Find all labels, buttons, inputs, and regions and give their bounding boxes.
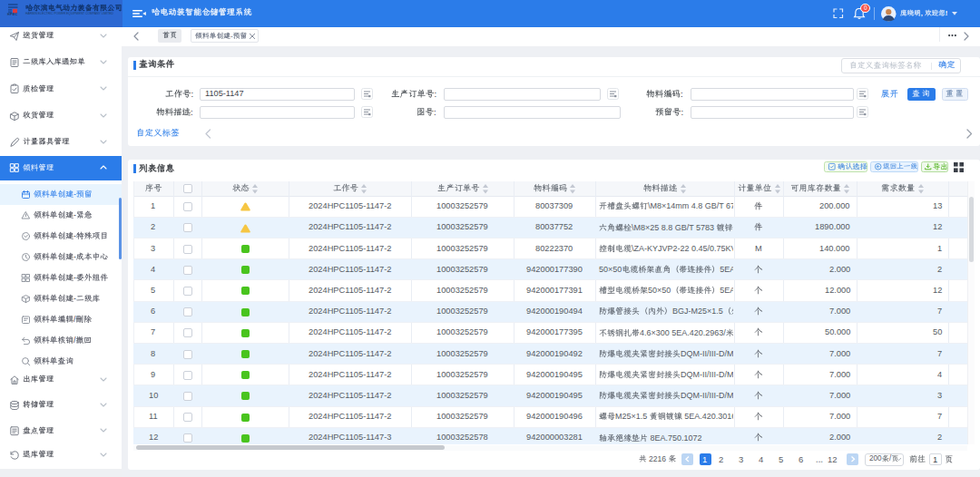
svg-text::: : xyxy=(191,89,193,99)
svg-text:11: 11 xyxy=(149,413,158,422)
svg-text:200: 200 xyxy=(869,455,882,463)
svg-text:2024HPC1105-1147-2: 2024HPC1105-1147-2 xyxy=(309,286,391,295)
svg-text:4: 4 xyxy=(151,265,155,274)
svg-text:13: 13 xyxy=(933,202,942,211)
svg-text:BGJ-M25×1.5: BGJ-M25×1.5 xyxy=(672,307,723,316)
svg-text:4.6×300 5EA.420.2963/: 4.6×300 5EA.420.2963/ xyxy=(640,328,726,337)
svg-text:\M8×14mm 4.8 GB/T 67: \M8×14mm 4.8 GB/T 67 xyxy=(648,201,733,210)
svg-text:2024HPC1105-1147-2: 2024HPC1105-1147-2 xyxy=(309,391,391,400)
svg-text:\M8×25 8.8 GB/T 5783: \M8×25 8.8 GB/T 5783 xyxy=(632,223,716,232)
svg-text:3: 3 xyxy=(937,391,942,400)
svg-text:2024HPC1105-1147-2: 2024HPC1105-1147-2 xyxy=(309,202,391,211)
svg-text:7: 7 xyxy=(937,307,942,316)
svg-text:5EA.4: 5EA.4 xyxy=(720,265,733,274)
svg-text:7.000: 7.000 xyxy=(829,349,850,358)
svg-text:-: - xyxy=(74,294,76,303)
svg-text:1: 1 xyxy=(937,244,942,253)
svg-text:HARBIN ELECTRIC POWER EQUIPMEN: HARBIN ELECTRIC POWER EQUIPMENT COMPANY … xyxy=(25,12,114,15)
svg-text:2024HPC1105-1147-2: 2024HPC1105-1147-2 xyxy=(309,307,391,316)
svg-text:...: ... xyxy=(816,453,823,463)
svg-text:942000177390: 942000177390 xyxy=(526,265,583,274)
svg-text:50×50: 50×50 xyxy=(648,286,671,295)
svg-text:942000190496: 942000190496 xyxy=(526,413,583,422)
svg-text:2024HPC1105-1147-2: 2024HPC1105-1147-2 xyxy=(309,328,391,337)
svg-text:942000190495: 942000190495 xyxy=(526,370,583,379)
svg-text:10003252579: 10003252579 xyxy=(436,391,488,400)
svg-text:0: 0 xyxy=(864,5,867,11)
svg-text:942000190492: 942000190492 xyxy=(526,349,583,358)
svg-text:6: 6 xyxy=(799,453,803,463)
svg-text:7.000: 7.000 xyxy=(829,413,850,422)
svg-text:2024HPC1105-1147-2: 2024HPC1105-1147-2 xyxy=(309,223,391,232)
svg-text:80222370: 80222370 xyxy=(535,244,573,253)
svg-text:10003252579: 10003252579 xyxy=(436,202,488,211)
svg-text:10003252579: 10003252579 xyxy=(436,413,488,422)
svg-text:\ZA-KYJVP2-22 0.45/0.75KV 3×: \ZA-KYJVP2-22 0.45/0.75KV 3× xyxy=(632,244,733,253)
svg-text:2: 2 xyxy=(151,223,155,232)
svg-text:2: 2 xyxy=(937,433,942,443)
svg-text:12: 12 xyxy=(933,286,942,295)
svg-text:-: - xyxy=(74,190,76,199)
svg-text:M25×1.5: M25×1.5 xyxy=(615,412,650,421)
svg-text:5EA.4: 5EA.4 xyxy=(720,286,733,295)
svg-text:2.000: 2.000 xyxy=(829,433,850,443)
svg-text:942000190494: 942000190494 xyxy=(526,307,583,316)
svg-text:-: - xyxy=(230,32,233,40)
svg-text::: : xyxy=(191,107,193,117)
svg-text:12: 12 xyxy=(828,453,838,463)
svg-text:10003252579: 10003252579 xyxy=(436,244,488,253)
svg-text:7.000: 7.000 xyxy=(829,307,850,316)
svg-text:10003252579: 10003252579 xyxy=(436,223,488,232)
svg-text:DQM-II/III-D/M20: DQM-II/III-D/M20 xyxy=(681,370,733,379)
svg-text:-: - xyxy=(74,252,76,261)
svg-text:7: 7 xyxy=(151,328,155,337)
svg-text:2024HPC1105-1147-2: 2024HPC1105-1147-2 xyxy=(309,370,391,379)
svg-text:50×50: 50×50 xyxy=(599,265,622,274)
svg-text:50: 50 xyxy=(933,328,942,337)
svg-text:12: 12 xyxy=(149,433,158,443)
svg-text:2: 2 xyxy=(719,453,723,463)
svg-text:DQM-II/III-D/M20: DQM-II/III-D/M20 xyxy=(681,391,733,400)
svg-text:2216: 2216 xyxy=(647,454,669,463)
svg-text:/: / xyxy=(74,336,76,345)
svg-text:!: ! xyxy=(946,9,948,17)
svg-text:2: 2 xyxy=(937,265,942,274)
svg-text:7.000: 7.000 xyxy=(829,391,850,400)
svg-text:2.000: 2.000 xyxy=(829,265,850,274)
svg-text:942000177391: 942000177391 xyxy=(526,286,583,295)
svg-text::: : xyxy=(681,107,683,117)
svg-text:4: 4 xyxy=(937,370,942,379)
svg-text:942000003281: 942000003281 xyxy=(526,433,583,443)
svg-text:1: 1 xyxy=(151,202,155,211)
svg-text:9: 9 xyxy=(151,370,155,379)
svg-text:M: M xyxy=(755,244,762,253)
svg-text:140.000: 140.000 xyxy=(819,244,850,253)
svg-text:4: 4 xyxy=(759,453,763,463)
svg-text:7: 7 xyxy=(937,413,942,422)
svg-text:10003252579: 10003252579 xyxy=(436,265,488,274)
svg-text:1: 1 xyxy=(933,453,937,463)
svg-text:942000190495: 942000190495 xyxy=(526,391,583,400)
svg-text:3: 3 xyxy=(151,244,155,253)
svg-text:80037309: 80037309 xyxy=(535,202,573,211)
svg-text:2024HPC1105-1147-2: 2024HPC1105-1147-2 xyxy=(309,349,391,358)
svg-text:1105-1147: 1105-1147 xyxy=(205,89,244,98)
svg-text:7: 7 xyxy=(937,349,942,358)
svg-text:1: 1 xyxy=(702,453,707,463)
svg-text:2024HPC1105-1147-2: 2024HPC1105-1147-2 xyxy=(309,244,391,253)
svg-text:10003252579: 10003252579 xyxy=(436,307,488,316)
svg-text:5: 5 xyxy=(779,453,783,463)
svg-text::: : xyxy=(434,107,436,117)
svg-text:2024HPC1105-1147-2: 2024HPC1105-1147-2 xyxy=(309,265,391,274)
svg-text:50.000: 50.000 xyxy=(825,328,850,337)
svg-text:10003252579: 10003252579 xyxy=(436,286,488,295)
svg-text:2024HPC1105-1147-2: 2024HPC1105-1147-2 xyxy=(309,413,391,422)
svg-text:8EA.750.1072: 8EA.750.1072 xyxy=(648,433,701,443)
svg-text:12: 12 xyxy=(933,223,942,232)
svg-text:6: 6 xyxy=(151,307,155,316)
svg-text:,: , xyxy=(921,9,925,17)
svg-text:/: / xyxy=(888,455,891,463)
svg-text:10003252579: 10003252579 xyxy=(436,370,488,379)
svg-text:HPEC: HPEC xyxy=(7,13,18,16)
svg-text:200.000: 200.000 xyxy=(819,202,850,211)
